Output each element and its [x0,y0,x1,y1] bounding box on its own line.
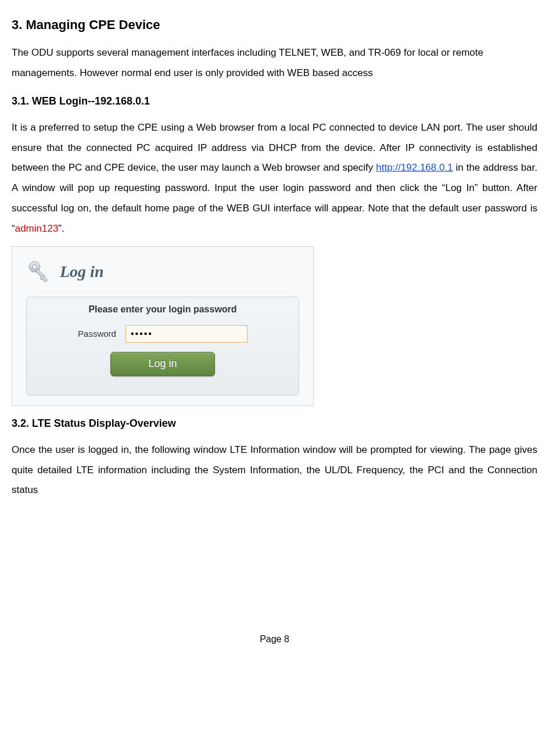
login-header: Log in [12,247,313,292]
page-number: Page 8 [12,634,537,645]
password-input[interactable] [125,325,247,343]
login-url-link[interactable]: http://192.168.0.1 [376,162,453,173]
subsection-heading-web-login: 3.1. WEB Login--192.168.0.1 [12,95,537,107]
login-prompt: Please enter your login password [27,304,299,315]
paragraph-lte: Once the user is logged in, the followin… [12,440,537,501]
text-span: ”. [58,223,64,234]
password-label: Password [78,329,116,339]
default-password-text: admin123 [15,223,59,234]
login-screenshot: Log in Please enter your login password … [12,246,314,406]
login-title: Log in [60,262,103,281]
login-button[interactable]: Log in [110,352,215,376]
section-heading: 3. Managing CPE Device [12,17,537,33]
svg-rect-4 [44,278,48,282]
login-panel: Please enter your login password Passwor… [26,297,299,395]
paragraph-web-login: It is a preferred to setup the CPE using… [12,118,537,239]
paragraph-intro: The ODU supports several management inte… [12,43,537,84]
subsection-heading-lte: 3.2. LTE Status Display-Overview [12,417,537,430]
key-icon [25,257,52,286]
svg-point-1 [33,265,37,269]
password-row: Password [27,325,299,343]
